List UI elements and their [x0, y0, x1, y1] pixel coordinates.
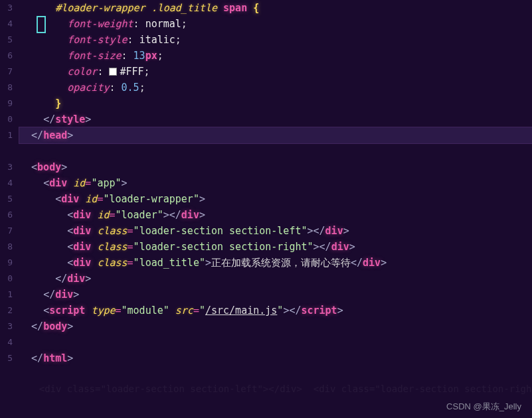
- code-line[interactable]: <script type="module" src="/src/main.js"…: [19, 303, 532, 318]
- code-line[interactable]: [19, 143, 532, 159]
- watermark-text: CSDN @果冻_Jelly: [446, 401, 521, 413]
- code-editor[interactable]: 3 4 5 6 7 8 9 0 1 3 4 5 6 7 8 9 0 1 2 3 …: [0, 0, 532, 418]
- color-swatch-icon: [109, 68, 117, 76]
- code-line[interactable]: <body>: [19, 159, 532, 175]
- code-line[interactable]: <div id="loader-wrapper">: [19, 191, 532, 207]
- code-line[interactable]: </style>: [19, 111, 532, 127]
- code-line[interactable]: </html>: [19, 350, 532, 366]
- code-line[interactable]: font-size: 13px;: [19, 48, 532, 64]
- line-number-gutter: 3 4 5 6 7 8 9 0 1 3 4 5 6 7 8 9 0 1 2 3 …: [0, 0, 17, 418]
- code-line[interactable]: </head>: [19, 127, 532, 143]
- code-line[interactable]: [19, 334, 532, 350]
- code-line[interactable]: </body>: [19, 318, 532, 334]
- code-line[interactable]: <div id="app">: [19, 175, 532, 191]
- code-line[interactable]: </div>: [19, 287, 532, 303]
- code-line[interactable]: <div class="loader-section section-left"…: [19, 223, 532, 239]
- code-line[interactable]: <div id="loader"></div>: [19, 207, 532, 223]
- code-line[interactable]: font-weight: normal;: [19, 16, 532, 32]
- code-content[interactable]: #loader-wrapper .load_title span { font-…: [17, 0, 532, 418]
- code-line[interactable]: <div class="loader-section section-right…: [19, 239, 532, 255]
- code-line[interactable]: opacity: 0.5;: [19, 80, 532, 96]
- code-line[interactable]: <div class="load_title">正在加载系统资源，请耐心等待</…: [19, 255, 532, 271]
- code-line[interactable]: </div>: [19, 271, 532, 287]
- code-line[interactable]: #loader-wrapper .load_title span {: [19, 0, 532, 16]
- code-line[interactable]: color: #FFF;: [19, 64, 532, 80]
- code-line[interactable]: font-style: italic;: [19, 32, 532, 48]
- code-line[interactable]: }: [19, 96, 532, 111]
